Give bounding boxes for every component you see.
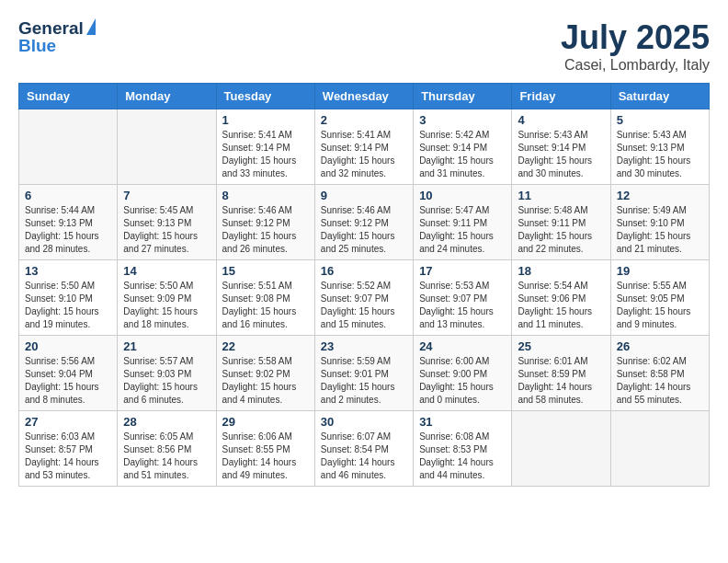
day-info: Sunrise: 6:02 AM Sunset: 8:58 PM Dayligh… xyxy=(617,355,703,407)
day-number: 18 xyxy=(518,264,604,278)
day-info: Sunrise: 5:54 AM Sunset: 9:06 PM Dayligh… xyxy=(518,280,604,331)
day-number: 22 xyxy=(222,339,309,353)
calendar-cell: 21Sunrise: 5:57 AM Sunset: 9:03 PM Dayli… xyxy=(118,336,216,411)
calendar-cell: 1Sunrise: 5:41 AM Sunset: 9:14 PM Daylig… xyxy=(216,109,314,185)
day-number: 7 xyxy=(123,189,210,202)
day-header-monday: Monday xyxy=(118,84,216,109)
calendar-week-row: 13Sunrise: 5:50 AM Sunset: 9:10 PM Dayli… xyxy=(19,260,710,336)
calendar-cell: 27Sunrise: 6:03 AM Sunset: 8:57 PM Dayli… xyxy=(19,411,118,487)
day-info: Sunrise: 5:59 AM Sunset: 9:01 PM Dayligh… xyxy=(321,355,407,407)
day-number: 24 xyxy=(419,339,506,353)
day-number: 21 xyxy=(123,339,210,353)
day-info: Sunrise: 5:44 AM Sunset: 9:13 PM Dayligh… xyxy=(25,204,111,256)
day-header-friday: Friday xyxy=(512,84,610,109)
day-info: Sunrise: 5:43 AM Sunset: 9:14 PM Dayligh… xyxy=(518,129,604,180)
day-info: Sunrise: 6:01 AM Sunset: 8:59 PM Dayligh… xyxy=(518,355,604,407)
calendar-week-row: 1Sunrise: 5:41 AM Sunset: 9:14 PM Daylig… xyxy=(19,109,710,185)
day-number: 15 xyxy=(222,264,309,278)
day-number: 23 xyxy=(321,339,407,353)
day-number: 30 xyxy=(321,415,407,429)
day-number: 11 xyxy=(518,189,604,202)
calendar-cell xyxy=(610,411,709,487)
day-info: Sunrise: 5:57 AM Sunset: 9:03 PM Dayligh… xyxy=(123,355,210,407)
calendar-cell: 3Sunrise: 5:42 AM Sunset: 9:14 PM Daylig… xyxy=(414,109,512,185)
day-number: 4 xyxy=(518,113,604,127)
logo-general: General xyxy=(18,19,84,37)
calendar-cell: 17Sunrise: 5:53 AM Sunset: 9:07 PM Dayli… xyxy=(414,260,512,336)
calendar-table: SundayMondayTuesdayWednesdayThursdayFrid… xyxy=(18,83,710,487)
calendar-cell: 11Sunrise: 5:48 AM Sunset: 9:11 PM Dayli… xyxy=(512,185,610,260)
calendar-week-row: 20Sunrise: 5:56 AM Sunset: 9:04 PM Dayli… xyxy=(19,336,710,411)
logo-blue: Blue xyxy=(18,37,96,54)
day-info: Sunrise: 6:06 AM Sunset: 8:55 PM Dayligh… xyxy=(222,431,309,482)
calendar-week-row: 27Sunrise: 6:03 AM Sunset: 8:57 PM Dayli… xyxy=(19,411,710,487)
calendar-cell: 12Sunrise: 5:49 AM Sunset: 9:10 PM Dayli… xyxy=(610,185,709,260)
page-header: General Blue July 2025 Casei, Lombardy, … xyxy=(18,18,710,74)
calendar-cell: 19Sunrise: 5:55 AM Sunset: 9:05 PM Dayli… xyxy=(610,260,709,336)
day-info: Sunrise: 5:55 AM Sunset: 9:05 PM Dayligh… xyxy=(617,280,703,331)
day-number: 13 xyxy=(25,264,111,278)
day-number: 14 xyxy=(123,264,210,278)
calendar-cell: 4Sunrise: 5:43 AM Sunset: 9:14 PM Daylig… xyxy=(512,109,610,185)
day-number: 25 xyxy=(518,339,604,353)
day-number: 10 xyxy=(419,189,506,202)
day-header-thursday: Thursday xyxy=(414,84,512,109)
day-info: Sunrise: 5:45 AM Sunset: 9:13 PM Dayligh… xyxy=(123,204,210,256)
day-number: 27 xyxy=(25,415,111,429)
calendar-cell: 16Sunrise: 5:52 AM Sunset: 9:07 PM Dayli… xyxy=(314,260,413,336)
calendar-cell: 14Sunrise: 5:50 AM Sunset: 9:09 PM Dayli… xyxy=(118,260,216,336)
day-number: 31 xyxy=(419,415,506,429)
day-info: Sunrise: 5:46 AM Sunset: 9:12 PM Dayligh… xyxy=(321,204,407,256)
calendar-cell xyxy=(512,411,610,487)
day-info: Sunrise: 5:53 AM Sunset: 9:07 PM Dayligh… xyxy=(419,280,506,331)
calendar-header-row: SundayMondayTuesdayWednesdayThursdayFrid… xyxy=(19,84,710,109)
day-number: 19 xyxy=(617,264,703,278)
day-info: Sunrise: 5:49 AM Sunset: 9:10 PM Dayligh… xyxy=(617,204,703,256)
calendar-cell: 7Sunrise: 5:45 AM Sunset: 9:13 PM Daylig… xyxy=(118,185,216,260)
day-info: Sunrise: 6:07 AM Sunset: 8:54 PM Dayligh… xyxy=(321,431,407,482)
logo: General Blue xyxy=(18,18,96,54)
day-header-wednesday: Wednesday xyxy=(314,84,413,109)
day-number: 9 xyxy=(321,189,407,202)
location-title: Casei, Lombardy, Italy xyxy=(561,57,710,74)
day-info: Sunrise: 5:42 AM Sunset: 9:14 PM Dayligh… xyxy=(419,129,506,180)
calendar-cell: 24Sunrise: 6:00 AM Sunset: 9:00 PM Dayli… xyxy=(414,336,512,411)
calendar-cell: 2Sunrise: 5:41 AM Sunset: 9:14 PM Daylig… xyxy=(314,109,413,185)
day-info: Sunrise: 5:58 AM Sunset: 9:02 PM Dayligh… xyxy=(222,355,309,407)
calendar-cell xyxy=(118,109,216,185)
day-number: 3 xyxy=(419,113,506,127)
day-info: Sunrise: 5:50 AM Sunset: 9:10 PM Dayligh… xyxy=(25,280,111,331)
calendar-cell: 9Sunrise: 5:46 AM Sunset: 9:12 PM Daylig… xyxy=(314,185,413,260)
calendar-cell xyxy=(19,109,118,185)
calendar-cell: 29Sunrise: 6:06 AM Sunset: 8:55 PM Dayli… xyxy=(216,411,314,487)
day-number: 16 xyxy=(321,264,407,278)
day-number: 5 xyxy=(617,113,703,127)
day-number: 1 xyxy=(222,113,309,127)
day-number: 8 xyxy=(222,189,309,202)
calendar-cell: 20Sunrise: 5:56 AM Sunset: 9:04 PM Dayli… xyxy=(19,336,118,411)
day-number: 20 xyxy=(25,339,111,353)
day-number: 26 xyxy=(617,339,703,353)
month-title: July 2025 xyxy=(561,18,710,57)
calendar-cell: 10Sunrise: 5:47 AM Sunset: 9:11 PM Dayli… xyxy=(414,185,512,260)
day-info: Sunrise: 6:08 AM Sunset: 8:53 PM Dayligh… xyxy=(419,431,506,482)
day-number: 28 xyxy=(123,415,210,429)
calendar-cell: 28Sunrise: 6:05 AM Sunset: 8:56 PM Dayli… xyxy=(118,411,216,487)
day-info: Sunrise: 5:50 AM Sunset: 9:09 PM Dayligh… xyxy=(123,280,210,331)
day-number: 6 xyxy=(25,189,111,202)
day-info: Sunrise: 5:48 AM Sunset: 9:11 PM Dayligh… xyxy=(518,204,604,256)
day-header-sunday: Sunday xyxy=(19,84,118,109)
day-info: Sunrise: 5:47 AM Sunset: 9:11 PM Dayligh… xyxy=(419,204,506,256)
day-number: 29 xyxy=(222,415,309,429)
day-info: Sunrise: 5:46 AM Sunset: 9:12 PM Dayligh… xyxy=(222,204,309,256)
calendar-cell: 13Sunrise: 5:50 AM Sunset: 9:10 PM Dayli… xyxy=(19,260,118,336)
day-info: Sunrise: 5:43 AM Sunset: 9:13 PM Dayligh… xyxy=(617,129,703,180)
day-info: Sunrise: 6:03 AM Sunset: 8:57 PM Dayligh… xyxy=(25,431,111,482)
calendar-cell: 26Sunrise: 6:02 AM Sunset: 8:58 PM Dayli… xyxy=(610,336,709,411)
calendar-cell: 23Sunrise: 5:59 AM Sunset: 9:01 PM Dayli… xyxy=(314,336,413,411)
day-number: 17 xyxy=(419,264,506,278)
calendar-cell: 15Sunrise: 5:51 AM Sunset: 9:08 PM Dayli… xyxy=(216,260,314,336)
calendar-cell: 18Sunrise: 5:54 AM Sunset: 9:06 PM Dayli… xyxy=(512,260,610,336)
calendar-cell: 25Sunrise: 6:01 AM Sunset: 8:59 PM Dayli… xyxy=(512,336,610,411)
calendar-cell: 6Sunrise: 5:44 AM Sunset: 9:13 PM Daylig… xyxy=(19,185,118,260)
